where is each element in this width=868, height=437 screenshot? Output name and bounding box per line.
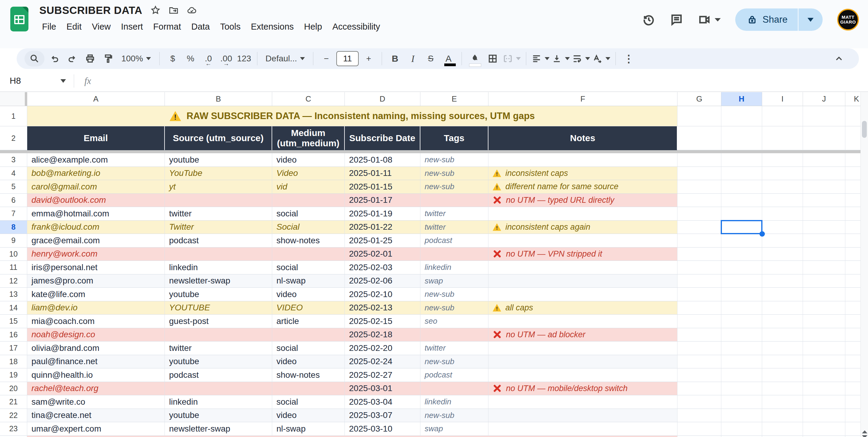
cell-email[interactable]: david@outlook.com [27, 194, 165, 207]
cell-empty[interactable] [721, 274, 762, 288]
row-header-1[interactable]: 1 [0, 106, 27, 126]
cell-tags[interactable]: new-sub [421, 409, 489, 423]
document-title[interactable]: SUBSCRIBER DATA [39, 4, 143, 16]
row-header-2[interactable]: 2 [0, 126, 27, 150]
row-header-6[interactable]: 6 [0, 194, 27, 207]
cell-empty[interactable] [721, 180, 762, 194]
cell-notes[interactable]: inconsistent caps again [489, 221, 678, 234]
cell-empty[interactable] [803, 194, 845, 207]
cell-source[interactable]: podcast [165, 368, 272, 382]
cell-empty[interactable] [721, 247, 762, 261]
row-header-10[interactable]: 10 [0, 247, 27, 261]
increase-font-size-button[interactable]: + [361, 51, 376, 66]
zoom-select[interactable]: 100% [118, 51, 154, 66]
cell-source[interactable]: YOUTUBE [165, 301, 272, 315]
cell-empty[interactable] [803, 382, 845, 396]
cell-empty[interactable] [721, 314, 762, 328]
row-header-3[interactable]: 3 [0, 153, 27, 167]
borders-button[interactable] [485, 51, 500, 66]
table-header-date[interactable]: Subscribe Date [345, 126, 421, 150]
row-header-12[interactable]: 12 [0, 274, 27, 288]
cell-empty[interactable] [678, 328, 721, 342]
cell-empty[interactable] [762, 355, 803, 369]
cell-empty[interactable] [762, 436, 803, 437]
cell-medium[interactable]: article [272, 314, 345, 328]
cell-source[interactable] [165, 328, 272, 342]
comments-icon[interactable] [670, 13, 683, 26]
cell-tags[interactable]: podcast [421, 368, 489, 382]
row-header-4[interactable]: 4 [0, 167, 27, 180]
row-header-20[interactable]: 20 [0, 382, 27, 396]
cell-notes[interactable]: different name for same source [489, 180, 678, 194]
row-header-9[interactable]: 9 [0, 234, 27, 247]
italic-button[interactable]: I [405, 51, 421, 66]
cell-empty[interactable] [803, 395, 845, 409]
cell-empty[interactable] [803, 301, 845, 315]
row-header-22[interactable]: 22 [0, 409, 27, 423]
cell-tags[interactable]: swap [421, 274, 489, 288]
version-history-icon[interactable] [642, 13, 655, 26]
cell-notes[interactable]: no UTM — mobile/desktop switch [489, 382, 678, 396]
menu-insert[interactable]: Insert [116, 19, 148, 34]
table-header-email[interactable]: Email [27, 126, 165, 150]
cell-empty[interactable] [762, 194, 803, 207]
cell-empty[interactable] [721, 288, 762, 301]
cell-notes[interactable] [489, 355, 678, 369]
cell-medium[interactable]: show-notes [272, 234, 345, 247]
scroll-down-arrow[interactable] [862, 435, 867, 437]
cell-email[interactable]: umar@expert.com [27, 422, 165, 436]
cell-empty[interactable] [721, 194, 762, 207]
cell-empty[interactable] [803, 314, 845, 328]
cloud-saved-icon[interactable] [187, 5, 197, 15]
cell-empty[interactable] [803, 436, 845, 437]
move-to-folder-icon[interactable] [168, 5, 179, 15]
cell-date[interactable]: 2025-01-11 [345, 167, 421, 180]
cell-empty[interactable] [803, 247, 845, 261]
cell-empty[interactable] [721, 234, 762, 247]
cell-empty[interactable] [803, 368, 845, 382]
font-size-input[interactable]: 11 [336, 51, 359, 66]
row-header-16[interactable]: 16 [0, 328, 27, 342]
cell-notes[interactable] [489, 395, 678, 409]
strikethrough-button[interactable]: S [423, 51, 438, 66]
cell-source[interactable] [165, 382, 272, 396]
cell-source[interactable]: youtube [165, 153, 272, 167]
cell-date[interactable]: 2025-02-03 [345, 261, 421, 274]
cell-source[interactable]: newsletter-swap [165, 274, 272, 288]
name-box[interactable]: H8 [0, 76, 61, 86]
cell-date[interactable]: 2025-02-27 [345, 368, 421, 382]
column-header-A[interactable]: A [27, 92, 165, 106]
name-box-caret[interactable] [61, 79, 66, 83]
cell-notes[interactable] [489, 261, 678, 274]
cell-notes[interactable] [489, 207, 678, 221]
cell-empty[interactable] [803, 261, 845, 274]
more-options-button[interactable]: ⋮ [621, 51, 637, 66]
banner-cell[interactable]: RAW SUBSCRIBER DATA — Inconsistent namin… [27, 106, 678, 126]
cell-date[interactable]: 2025-02-06 [345, 274, 421, 288]
cell-email[interactable]: henry@work.com [27, 247, 165, 261]
cell-tags[interactable]: twitter [421, 221, 489, 234]
menu-edit[interactable]: Edit [61, 19, 87, 34]
cell-empty[interactable] [721, 207, 762, 221]
cell-empty[interactable] [678, 221, 721, 234]
cell-empty[interactable] [762, 274, 803, 288]
row-header-7[interactable]: 7 [0, 207, 27, 221]
cell-empty[interactable] [678, 153, 721, 167]
cell-notes[interactable] [489, 274, 678, 288]
cell-source[interactable]: newsletter-swap [165, 422, 272, 436]
cell-empty[interactable] [678, 301, 721, 315]
cell-source[interactable] [165, 247, 272, 261]
cell-empty[interactable] [803, 207, 845, 221]
column-header-G[interactable]: G [678, 92, 721, 106]
cell-email[interactable]: alice@example.com [27, 153, 165, 167]
cell-tags[interactable]: twitter [421, 207, 489, 221]
cell-date[interactable]: 2025-01-15 [345, 180, 421, 194]
column-header-D[interactable]: D [345, 92, 421, 106]
vertical-scrollbar[interactable] [861, 92, 868, 437]
cell-tags[interactable] [421, 328, 489, 342]
cell-empty[interactable] [762, 153, 803, 167]
cell-empty[interactable] [721, 126, 762, 150]
select-all-corner[interactable] [0, 92, 27, 106]
cell-source[interactable]: youtube [165, 288, 272, 301]
cell-email[interactable]: iris@personal.net [27, 261, 165, 274]
